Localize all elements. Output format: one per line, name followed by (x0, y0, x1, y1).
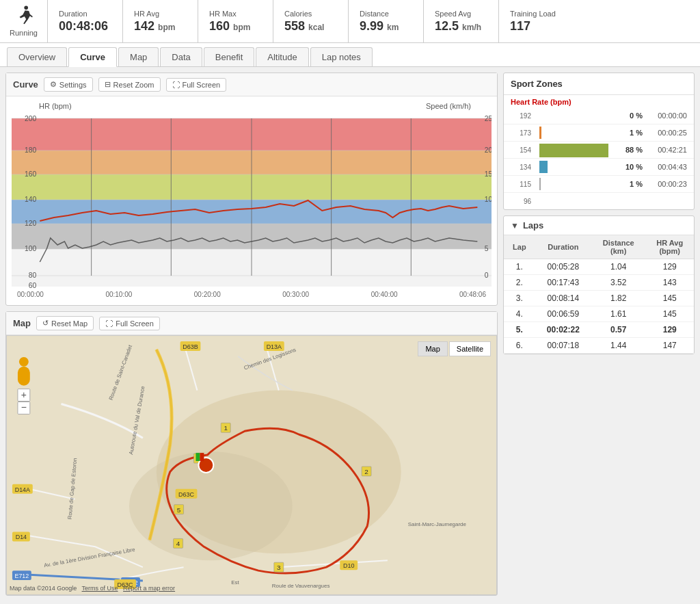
zone-bar-4 (539, 161, 548, 173)
map-svg: D63B D13A D14A D14 E712 (7, 336, 496, 594)
map-attribution: Map data ©2014 Google Terms of Use Repor… (10, 585, 175, 592)
svg-text:+: + (21, 389, 27, 400)
svg-text:Est: Est (231, 579, 239, 586)
table-cell-lap: 5. (504, 322, 535, 338)
svg-text:1: 1 (224, 424, 228, 432)
svg-text:D63B: D63B (183, 343, 198, 350)
zoom-icon: ⊟ (105, 80, 111, 89)
header: Running Duration 00:48:06 HR Avg 142 bpm… (0, 0, 700, 43)
zone-time-2: 00:00:25 (643, 129, 687, 137)
svg-text:160: 160 (25, 170, 37, 178)
svg-text:D10: D10 (343, 562, 354, 569)
report-link[interactable]: Report a map error (123, 585, 175, 592)
terms-link[interactable]: Terms of Use (82, 585, 118, 592)
table-row: 3.00:08:141.82145 (504, 291, 694, 306)
map-background: D63B D13A D14A D14 E712 (7, 336, 496, 594)
zone-row-6: 96 (504, 193, 694, 209)
laps-col-duration: Duration (535, 235, 591, 259)
zone-pct-5: 1 % (622, 180, 643, 188)
map-panel-title: Map (13, 318, 31, 328)
zone-time-1: 00:00:00 (643, 111, 687, 120)
zone-top-2: 173 (511, 129, 531, 137)
zone-row-3: 154 88 % 00:42:21 (504, 142, 694, 159)
table-cell-distance: 1.61 (591, 306, 645, 322)
main-content: Curve ⚙ Settings ⊟ Reset Zoom ⛶ Full Scr… (0, 67, 700, 601)
stat-training-load: Training Load 117 (499, 0, 700, 42)
zone-top-4: 134 (511, 163, 531, 171)
table-cell-lap: 4. (504, 306, 535, 322)
laps-chevron-icon: ▼ (511, 221, 519, 231)
svg-text:2: 2 (364, 468, 368, 475)
stat-speed-avg-value: 12.5 km/h (435, 19, 487, 34)
sport-zones-panel: Sport Zones Heart Rate (bpm) 192 0 % 00:… (503, 73, 695, 210)
left-panel: Curve ⚙ Settings ⊟ Reset Zoom ⛶ Full Scr… (5, 73, 498, 596)
zone-time-4: 00:04:43 (643, 163, 687, 171)
stat-hr-avg-value: 142 bpm (134, 19, 187, 34)
table-cell-duration: 00:06:59 (535, 306, 591, 322)
svg-text:180: 180 (25, 146, 37, 154)
table-row: 4.00:06:591.61145 (504, 306, 694, 322)
reset-map-icon: ↺ (42, 319, 49, 328)
table-cell-hr: 143 (645, 275, 694, 291)
svg-text:200: 200 (25, 115, 37, 122)
svg-text:D13A: D13A (267, 343, 282, 350)
svg-text:15: 15 (485, 170, 492, 178)
svg-text:5: 5 (177, 506, 181, 514)
stat-duration-value: 00:48:06 (59, 19, 111, 34)
table-cell-distance: 1.04 (591, 259, 645, 275)
zone-top-1: 192 (511, 112, 531, 120)
time-5: 00:48:06 (459, 291, 486, 298)
stat-speed-avg-label: Speed Avg (435, 10, 487, 18)
tab-curve[interactable]: Curve (68, 47, 117, 67)
zone-row-2: 173 1 % 00:00:25 (504, 124, 694, 142)
table-cell-lap: 6. (504, 338, 535, 354)
tab-altitude[interactable]: Altitude (256, 47, 308, 66)
zone-bar-5 (539, 178, 541, 190)
tab-map[interactable]: Map (118, 47, 159, 66)
stat-hr-max-value: 160 bpm (209, 19, 262, 34)
full-screen-button[interactable]: ⛶ Full Screen (166, 78, 227, 92)
reset-map-button[interactable]: ↺ Reset Map (36, 316, 94, 330)
right-panel: Sport Zones Heart Rate (bpm) 192 0 % 00:… (503, 73, 695, 596)
y-right-label: Speed (km/h) (426, 102, 492, 111)
laps-title: Laps (523, 220, 543, 231)
svg-point-0 (24, 5, 28, 10)
stat-calories: Calories 558 kcal (273, 0, 349, 42)
chart-area: HR (bpm) Speed (km/h) (6, 96, 497, 305)
table-cell-duration: 00:05:28 (535, 259, 591, 275)
zone-row-5: 115 1 % 00:00:23 (504, 176, 694, 193)
map-type-map[interactable]: Map (418, 341, 447, 356)
tab-lap-notes[interactable]: Lap notes (310, 47, 373, 66)
time-2: 00:20:00 (194, 291, 221, 298)
zone-bar-3 (539, 144, 608, 157)
settings-button[interactable]: ⚙ Settings (44, 77, 93, 92)
map-full-screen-button[interactable]: ⛶ Full Screen (99, 317, 160, 330)
map-type-buttons: Map Satellite (418, 341, 491, 356)
laps-header[interactable]: ▼ Laps (504, 216, 694, 235)
stat-distance-value: 9.99 km (360, 19, 412, 34)
zone-top-5: 115 (511, 181, 531, 188)
table-cell-distance: 1.44 (591, 338, 645, 354)
reset-zoom-button[interactable]: ⊟ Reset Zoom (98, 77, 161, 92)
svg-rect-76 (200, 453, 204, 461)
x-axis-labels: 00:00:00 00:10:00 00:20:00 00:30:00 00:4… (12, 289, 492, 300)
zone-pct-3: 88 % (622, 146, 643, 154)
tab-data[interactable]: Data (160, 47, 202, 66)
table-cell-hr: 145 (645, 306, 694, 322)
table-row: 5.00:02:220.57129 (504, 322, 694, 338)
tab-overview[interactable]: Overview (7, 47, 67, 66)
map-area: D63B D13A D14A D14 E712 (6, 335, 497, 595)
map-type-satellite[interactable]: Satellite (449, 341, 491, 356)
svg-text:20: 20 (485, 146, 492, 154)
time-0: 00:00:00 (17, 291, 44, 298)
stat-duration-label: Duration (59, 10, 111, 18)
chart-container: 200 180 160 140 120 100 80 60 25 20 15 1… (12, 111, 492, 289)
table-cell-lap: 2. (504, 275, 535, 291)
fullscreen-icon: ⛶ (172, 81, 180, 89)
stat-distance: Distance 9.99 km (349, 0, 424, 42)
table-cell-hr: 147 (645, 338, 694, 354)
zone-row-1: 192 0 % 00:00:00 (504, 107, 694, 124)
svg-text:100: 100 (25, 245, 37, 252)
svg-text:10: 10 (485, 196, 492, 203)
tab-benefit[interactable]: Benefit (204, 47, 254, 66)
